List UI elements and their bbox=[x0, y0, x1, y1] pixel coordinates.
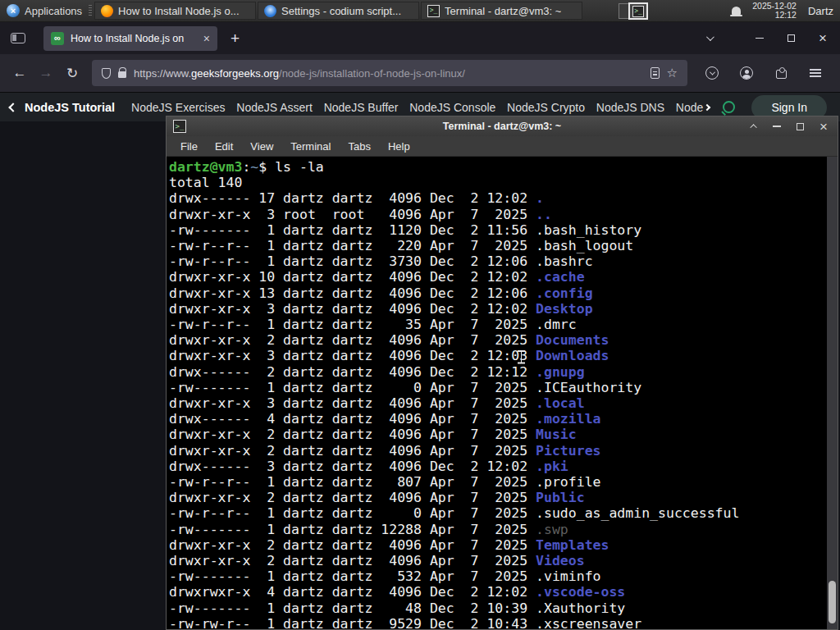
subnav-back[interactable]: NodeJS Tutorial bbox=[10, 101, 115, 114]
terminal-icon: >_ bbox=[427, 5, 440, 17]
terminal-listing-line: -rw-r--r-- 1 dartz dartz 807 Apr 7 2025 … bbox=[169, 474, 826, 490]
chevron-left-icon bbox=[8, 103, 17, 112]
subnav-link-truncated[interactable]: Node bbox=[676, 101, 710, 114]
window-close-button[interactable]: × bbox=[819, 120, 828, 134]
menu-hamburger-icon[interactable] bbox=[802, 60, 829, 86]
menu-tabs[interactable]: Tabs bbox=[348, 140, 370, 153]
taskbar-item-codium[interactable]: Settings - codium script... bbox=[258, 2, 419, 20]
account-icon[interactable] bbox=[733, 60, 760, 86]
terminal-menubar: File Edit View Terminal Tabs Help bbox=[167, 136, 838, 157]
https-lock-icon[interactable] bbox=[118, 71, 126, 78]
window-shade-button[interactable] bbox=[750, 124, 756, 130]
subnav-links: NodeJS Exercises NodeJS Assert NodeJS Bu… bbox=[131, 101, 710, 114]
window-close-button[interactable]: × bbox=[819, 31, 827, 45]
menu-help[interactable]: Help bbox=[388, 140, 410, 153]
taskbar-item-firefox[interactable]: How to Install Node.js o... bbox=[94, 2, 256, 20]
taskbar-item-terminal[interactable]: >_ Terminal - dartz@vm3: ~ bbox=[421, 2, 582, 20]
extensions-puzzle-icon[interactable] bbox=[768, 60, 794, 86]
menu-view[interactable]: View bbox=[250, 140, 273, 153]
window-maximize-button[interactable] bbox=[788, 34, 795, 42]
terminal-body[interactable]: dartz@vm3:~$ ls -latotal 140drwx------ 1… bbox=[167, 157, 838, 629]
terminal-listing-line: drwxr-xr-x 2 dartz dartz 4096 Apr 7 2025… bbox=[169, 443, 826, 459]
terminal-titlebar[interactable]: >_ Terminal - dartz@vm3: ~ × bbox=[167, 116, 838, 136]
terminal-listing-line: -rw------- 1 dartz dartz 0 Apr 7 2025 .I… bbox=[169, 380, 826, 395]
terminal-window: >_ Terminal - dartz@vm3: ~ × File Edit V… bbox=[166, 116, 838, 630]
taskbar-item-label: Settings - codium script... bbox=[281, 5, 401, 17]
applications-label: Applications bbox=[25, 5, 82, 17]
terminal-prompt-line: dartz@vm3:~$ ls -la bbox=[169, 159, 826, 175]
subnav-link[interactable]: NodeJS Console bbox=[409, 101, 495, 114]
window-minimize-button[interactable] bbox=[773, 126, 781, 127]
tracking-protection-shield-icon[interactable] bbox=[102, 68, 111, 79]
panel-clock[interactable]: 2025-12-02 12:12 bbox=[752, 2, 797, 20]
taskbar-item-label: How to Install Node.js o... bbox=[118, 5, 239, 17]
bookmark-star-icon[interactable]: ☆ bbox=[667, 66, 678, 80]
terminal-listing-line: drwxr-xr-x 2 dartz dartz 4096 Apr 7 2025… bbox=[169, 553, 826, 568]
terminal-window-title: Terminal - dartz@vm3: ~ bbox=[167, 121, 838, 132]
new-tab-button[interactable]: + bbox=[231, 30, 240, 48]
menu-file[interactable]: File bbox=[180, 140, 198, 153]
reload-button[interactable]: ↻ bbox=[59, 60, 85, 86]
terminal-scrollbar-thumb[interactable] bbox=[829, 581, 836, 623]
terminal-listing-line: drwxr-xr-x 2 dartz dartz 4096 Apr 7 2025… bbox=[169, 537, 826, 553]
subnav-link[interactable]: NodeJS Exercises bbox=[131, 101, 225, 114]
terminal-listing-line: -rw------- 1 dartz dartz 1120 Dec 2 11:5… bbox=[169, 222, 826, 238]
terminal-listing-line: drwxr-xr-x 10 dartz dartz 4096 Dec 2 12:… bbox=[169, 269, 826, 285]
firefox-view-icon[interactable] bbox=[11, 33, 25, 43]
browser-tab-bar: ∞ How to Install Node.js on × + × bbox=[0, 22, 840, 54]
window-maximize-button[interactable] bbox=[797, 123, 804, 130]
mouse-cursor-ibeam bbox=[518, 350, 525, 364]
terminal-listing-line: drwxr-xr-x 3 root root 4096 Apr 7 2025 .… bbox=[169, 207, 826, 222]
terminal-icon: >_ bbox=[632, 6, 644, 17]
subnav-link[interactable]: NodeJS Buffer bbox=[324, 101, 399, 114]
terminal-scrollbar[interactable] bbox=[827, 157, 838, 629]
subnav-link[interactable]: NodeJS Crypto bbox=[507, 101, 585, 114]
chevron-right-icon bbox=[704, 103, 710, 110]
terminal-listing-line: -rw------- 1 dartz dartz 532 Apr 7 2025 … bbox=[169, 568, 826, 584]
url-bar[interactable]: https://www.geeksforgeeks.org/node-js/in… bbox=[92, 60, 687, 86]
top-panel: × Applications How to Install Node.js o.… bbox=[0, 0, 840, 22]
applications-icon: × bbox=[7, 4, 20, 17]
notification-bell-icon[interactable] bbox=[732, 7, 741, 15]
workspace-active-icon: >_ bbox=[628, 2, 648, 20]
url-path: /node-js/installation-of-node-js-on-linu… bbox=[279, 67, 465, 80]
terminal-window-controls: × bbox=[752, 120, 831, 134]
toolbar-right-icons bbox=[694, 60, 833, 86]
subnav-link[interactable]: NodeJS Assert bbox=[236, 101, 313, 114]
terminal-listing-line: drwx------ 4 dartz dartz 4096 Apr 7 2025… bbox=[169, 411, 826, 427]
taskbar-item-label: Terminal - dartz@vm3: ~ bbox=[445, 5, 561, 17]
user-menu[interactable]: Dartz bbox=[808, 5, 833, 17]
clock-time: 12:12 bbox=[775, 10, 797, 20]
terminal-listing-line: drwxr-xr-x 2 dartz dartz 4096 Apr 7 2025… bbox=[169, 490, 826, 505]
window-minimize-button[interactable] bbox=[756, 38, 764, 39]
applications-menu-button[interactable]: × Applications bbox=[0, 0, 87, 21]
list-all-tabs-icon[interactable] bbox=[706, 33, 714, 41]
tab-close-icon[interactable]: × bbox=[203, 33, 210, 44]
terminal-output: dartz@vm3:~$ ls -latotal 140drwx------ 1… bbox=[167, 157, 838, 629]
panel-tray: 2025-12-02 12:12 Dartz bbox=[732, 0, 840, 21]
back-button[interactable]: ← bbox=[7, 60, 33, 86]
terminal-total-line: total 140 bbox=[169, 175, 826, 190]
subnav-link[interactable]: NodeJS DNS bbox=[596, 101, 664, 114]
terminal-listing-line: drwxr-xr-x 2 dartz dartz 4096 Apr 7 2025… bbox=[169, 332, 826, 348]
desktop-screen: × Applications How to Install Node.js o.… bbox=[0, 0, 840, 630]
menu-terminal[interactable]: Terminal bbox=[290, 140, 331, 153]
codium-icon bbox=[264, 5, 276, 17]
pocket-icon[interactable] bbox=[699, 60, 725, 86]
terminal-listing-line: drwxr-xr-x 3 dartz dartz 4096 Apr 7 2025… bbox=[169, 395, 826, 411]
tab-title: How to Install Node.js on bbox=[71, 33, 197, 44]
browser-nav-toolbar: ← → ↻ https://www.geeksforgeeks.org/node… bbox=[0, 54, 840, 92]
reader-mode-icon[interactable] bbox=[651, 67, 660, 79]
terminal-listing-line: drwx------ 2 dartz dartz 4096 Dec 2 12:1… bbox=[169, 364, 826, 380]
terminal-listing-line: drwx------ 17 dartz dartz 4096 Dec 2 12:… bbox=[169, 190, 826, 206]
terminal-listing-line: drwxr-xr-x 13 dartz dartz 4096 Dec 2 12:… bbox=[169, 285, 826, 301]
terminal-listing-line: -rw-rw-r-- 1 dartz dartz 9529 Dec 2 10:4… bbox=[169, 616, 826, 629]
terminal-listing-line: -rw-r--r-- 1 dartz dartz 35 Apr 7 2025 .… bbox=[169, 317, 826, 332]
search-icon[interactable] bbox=[723, 101, 735, 113]
browser-tab-active[interactable]: ∞ How to Install Node.js on × bbox=[43, 26, 217, 51]
subnav-back-label: NodeJS Tutorial bbox=[25, 101, 115, 114]
terminal-listing-line: drwxr-xr-x 2 dartz dartz 4096 Apr 7 2025… bbox=[169, 427, 826, 442]
forward-button[interactable]: → bbox=[33, 60, 59, 86]
workspace-pager[interactable]: >_ bbox=[617, 1, 658, 21]
menu-edit[interactable]: Edit bbox=[215, 140, 233, 153]
